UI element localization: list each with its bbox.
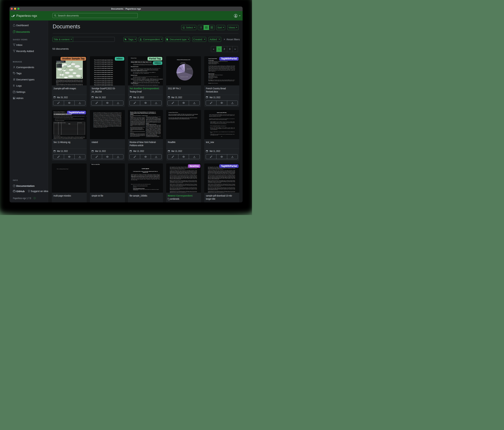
svg-text:65, 13%: 65, 13% [178,73,180,73]
svg-text:Hypertension, 31, 6%: Hypertension, 31, 6% [180,63,186,64]
svg-text:Normal, 150, 30%: Normal, 150, 30% [187,69,192,69]
svg-text:Google Earth: Google Earth [57,77,62,78]
svg-text:Legend: Legend [57,64,59,64]
svg-text:Patient BP Distribution 2011: Patient BP Distribution 2011 [177,59,190,60]
svg-text:N|A: N|A [68,123,71,124]
svg-text:Hypertension,: Hypertension, [179,68,183,68]
svg-text:for days in BWCA: for days in BWCA [57,62,60,63]
svg-text:Course Name: Course Name [62,122,66,123]
svg-text:Boundary Waters Trip: Boundary Waters Trip [57,61,64,62]
svg-text:Completion Date: Completion Date [54,122,59,123]
svg-text:44, 9%: 44, 9% [180,68,182,69]
svg-text:Day6 PortOld: Day6 PortOld [57,67,60,68]
svg-text:Stage 1 Hypertension,: Stage 1 Hypertension, [176,72,182,73]
svg-text:Provider #: Provider # [59,122,62,123]
svg-text:Isolated Systolic: Isolated Systolic [181,62,185,63]
svg-text:Stage 2: Stage 2 [180,67,182,68]
svg-text:Charles Island: Charles Island [74,77,77,77]
svg-text:Pre-hypertension., 212, 42%: Pre-hypertension., 212, 42% [180,76,188,77]
svg-text:Contact Hours: Contact Hours [78,122,82,123]
